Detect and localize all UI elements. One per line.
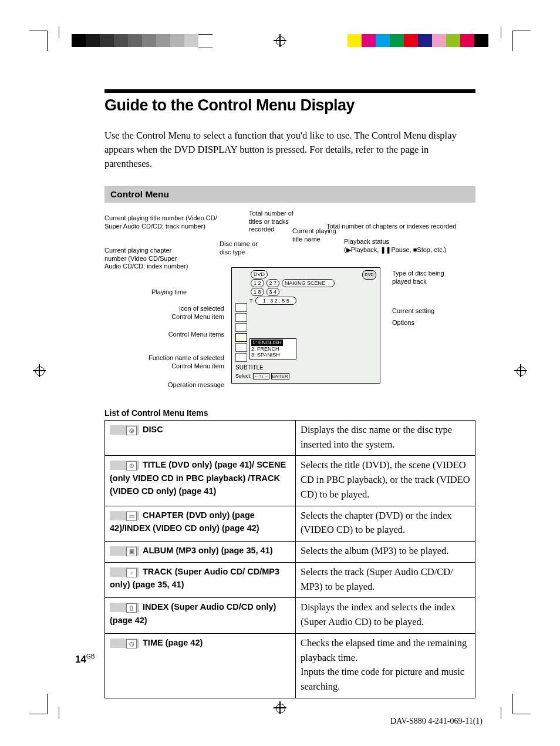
item-icon-slot: ⊙ [110, 461, 139, 470]
diagram-label: Icon of selectedControl Menu item [142, 305, 224, 321]
opmsg-prefix: Select: [235, 373, 252, 379]
options-panel: 1: ENGLISH 2: FRENCH 3: SPANISH [249, 338, 296, 359]
menu-item-icon [235, 343, 247, 352]
table-row: ▣ALBUM (MP3 only) (page 35, 41) Selects … [105, 542, 475, 563]
track-icon: ♪ [126, 568, 137, 577]
registration-mark-icon [514, 364, 527, 377]
option-item: 3: SPANISH [251, 352, 295, 358]
title-icon: ⊙ [126, 461, 137, 471]
album-icon: ▣ [126, 547, 137, 556]
grayscale-swatches [72, 34, 212, 48]
diagram-label: Current playing chapternumber (Video CD/… [104, 247, 198, 271]
chapter-total: 3 4 [266, 288, 280, 296]
display-screen: DVD 1 22 7MAKING SCENE 1 83 4 T 1 : 3 2 … [231, 267, 380, 384]
index-icon: ▯ [126, 603, 137, 613]
heading-rule [104, 89, 475, 93]
table-row: ⊙TITLE (DVD only) (page 41)/ SCENE (only… [105, 456, 475, 506]
page-number: 14GB [75, 653, 95, 666]
item-name: TIME (page 42) [143, 638, 203, 647]
disc-label-pill: DVD [251, 270, 268, 278]
diagram-label: Operation message [136, 381, 224, 389]
diagram-label: Disc name ordisc type [220, 240, 272, 257]
arrow-keys-icon: ←↑↓→ [253, 373, 269, 379]
menu-item-icon [235, 313, 247, 322]
printer-marks-bottom [0, 697, 560, 714]
diagram-label: Current playing title number (Video CD/S… [104, 214, 228, 231]
item-icon-slot: ▭ [110, 511, 139, 520]
item-desc: Displays the index and selects the index… [296, 598, 475, 634]
option-selected: 1: ENGLISH [251, 340, 283, 346]
page-region: GB [86, 653, 95, 660]
item-icon-slot: ▣ [110, 546, 139, 556]
item-desc: Checks the elapsed time and the remainin… [296, 633, 475, 698]
page-content: Guide to the Control Menu Display Use th… [104, 89, 475, 698]
chapter-icon: ▭ [126, 512, 137, 521]
page-title: Guide to the Control Menu Display [104, 96, 475, 115]
control-menu-diagram: Current playing title number (Video CD/S… [104, 214, 475, 402]
manual-page: Guide to the Control Menu Display Use th… [0, 0, 560, 746]
diagram-label: Type of disc beingplayed back [392, 270, 474, 286]
disc-type-badge: DVD [362, 270, 376, 280]
title-total: 2 7 [266, 279, 280, 287]
diagram-label: Control Menu items [142, 331, 224, 339]
item-icon-slot: ▯ [110, 603, 139, 612]
diagram-label: Current setting [392, 307, 474, 315]
control-menu-items-table: ◎DISC Displays the disc name or the disc… [104, 420, 475, 698]
item-desc: Selects the title (DVD), the scene (VIDE… [296, 456, 475, 506]
time-prefix: T [249, 297, 253, 303]
page-number-value: 14 [75, 654, 86, 665]
registration-mark-icon [274, 34, 286, 47]
menu-item-icon [235, 303, 247, 312]
diagram-label: Options [392, 319, 474, 327]
registration-mark-icon [274, 701, 286, 714]
item-icon-slot: ♪ [110, 567, 139, 577]
diagram-label: Playback status(▶Playback, ❚❚Pause, ■Sto… [344, 238, 479, 254]
list-heading: List of Control Menu Items [104, 408, 475, 418]
menu-item-icon [235, 353, 247, 362]
function-name: SUBTITLE [235, 364, 264, 372]
section-heading: Control Menu [104, 186, 475, 203]
disc-icon: ◎ [126, 426, 137, 435]
table-row: ◎DISC Displays the disc name or the disc… [105, 420, 475, 456]
menu-item-icon-selected [235, 333, 247, 342]
diagram-label: Playing time [104, 288, 187, 297]
time-icon: ◷ [126, 639, 137, 648]
table-row: ◷TIME (page 42) Checks the elapsed time … [105, 633, 475, 698]
document-id: DAV-S880 4-241-069-11(1) [390, 717, 483, 726]
item-name: DISC [143, 425, 163, 434]
diagram-label: Total number of chapters or indexes reco… [326, 223, 479, 231]
title-current: 1 2 [251, 279, 264, 287]
table-row: ▯INDEX (Super Audio CD/CD only) (page 42… [105, 598, 475, 634]
chapter-current: 1 8 [251, 288, 264, 296]
menu-item-icon [235, 323, 247, 332]
item-desc: Selects the track (Super Audio CD/CD/ MP… [296, 562, 475, 598]
item-desc: Selects the album (MP3) to be played. [296, 542, 475, 563]
table-row: ▭CHAPTER (DVD only) (page 42)/INDEX (VID… [105, 506, 475, 542]
table-row: ♪TRACK (Super Audio CD/ CD/MP3 only) (pa… [105, 562, 475, 598]
operation-message: Select: ←↑↓→ ENTER [235, 373, 289, 379]
item-name: ALBUM (MP3 only) (page 35, 41) [143, 546, 273, 555]
menu-icon-column [235, 303, 247, 363]
registration-mark-icon [33, 364, 46, 377]
item-desc: Selects the chapter (DVD) or the index (… [296, 506, 475, 542]
intro-paragraph: Use the Control Menu to select a functio… [104, 129, 475, 171]
diagram-label: Function name of selectedControl Menu it… [113, 354, 224, 371]
item-icon-slot: ◎ [110, 425, 139, 435]
option-item: 2: FRENCH [251, 346, 295, 352]
color-swatches [348, 34, 488, 47]
enter-key-icon: ENTER [271, 373, 289, 379]
time-value: 1 : 3 2 : 5 5 [255, 297, 296, 305]
item-desc: Displays the disc name or the disc type … [296, 420, 475, 456]
item-icon-slot: ◷ [110, 639, 139, 648]
title-name: MAKING SCENE [282, 279, 335, 287]
